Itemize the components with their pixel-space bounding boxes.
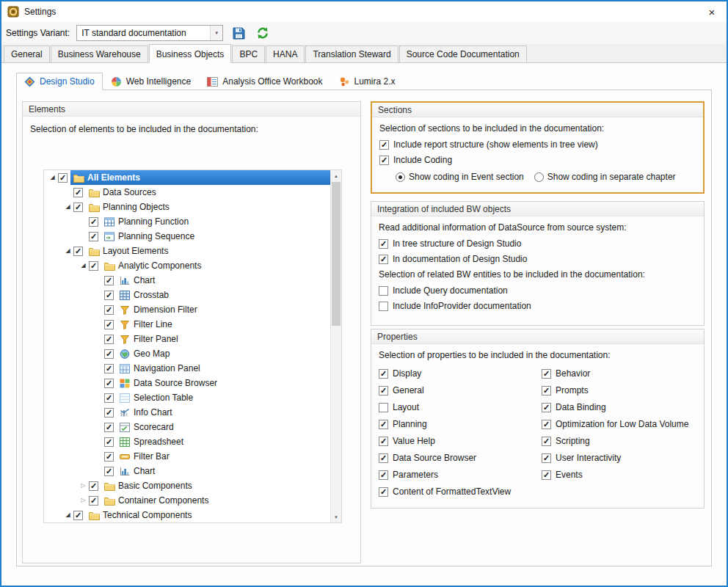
collapsed-expander-icon[interactable]: ▷: [78, 497, 89, 503]
expanded-expander-icon[interactable]: ◢: [47, 175, 58, 181]
tree-item-crosstab[interactable]: ✓Crosstab: [44, 288, 330, 302]
subtab-design-studio[interactable]: Design Studio: [16, 73, 103, 90]
tab-business-warehouse[interactable]: Business Warehouse: [51, 45, 148, 62]
checkbox-scripting[interactable]: ✓Scripting: [542, 436, 696, 446]
tree-checkbox[interactable]: ✓: [104, 349, 114, 359]
tree-checkbox[interactable]: ✓: [104, 364, 114, 373]
tree-item-analytic-components[interactable]: ◢✓Analytic Components: [44, 258, 330, 273]
tree-checkbox[interactable]: ✓: [104, 276, 114, 285]
unchecked-checkbox-icon: [379, 286, 388, 296]
tree-checkbox[interactable]: ✓: [89, 496, 98, 506]
collapsed-expander-icon[interactable]: ▷: [78, 483, 89, 489]
tree-item-dimension-filter[interactable]: ✓Dimension Filter: [44, 302, 330, 317]
tab-source-code-documentation[interactable]: Source Code Documentation: [399, 45, 527, 62]
checkbox-include-query-documentation[interactable]: Include Query documentation: [379, 285, 696, 296]
tree-item-info-chart[interactable]: ✓Info Chart: [44, 405, 330, 420]
tree-checkbox[interactable]: ✓: [104, 291, 114, 300]
tree-item-spreadsheet[interactable]: ✓Spreadsheet: [44, 434, 330, 449]
tab-translation-steward[interactable]: Translation Steward: [305, 45, 398, 62]
tree-checkbox[interactable]: ✓: [73, 247, 83, 256]
tree-checkbox[interactable]: ✓: [89, 261, 98, 271]
checkbox-planning[interactable]: ✓Planning: [379, 419, 542, 429]
tree-item-planning-objects[interactable]: ◢✓Planning Objects: [44, 200, 330, 214]
tab-bpc[interactable]: BPC: [232, 45, 265, 62]
tree-item-chart[interactable]: ✓Chart: [44, 464, 330, 478]
checkbox-include-coding[interactable]: ✓Include Coding: [379, 155, 696, 165]
tree-item-technical-components[interactable]: ◢✓Technical Components: [44, 508, 330, 522]
tree-item-navigation-panel[interactable]: ✓Navigation Panel: [44, 361, 330, 376]
expanded-expander-icon[interactable]: ◢: [62, 248, 73, 254]
subtab-lumira-2-x[interactable]: Lumira 2.x: [331, 73, 404, 90]
tree-checkbox[interactable]: ✓: [73, 511, 83, 520]
checkbox-content-of-formattedtextview[interactable]: ✓Content of FormattedTextView: [379, 486, 542, 497]
tree-item-filter-bar[interactable]: ✓Filter Bar: [44, 449, 330, 464]
titlebar[interactable]: Settings ×: [1, 1, 727, 22]
tab-hana[interactable]: HANA: [266, 45, 305, 62]
tree-item-data-sources[interactable]: ✓Data Sources: [44, 185, 330, 200]
checkbox-data-binding[interactable]: ✓Data Binding: [542, 402, 696, 412]
checkbox-in-tree-structure-of-design-studio[interactable]: ✓In tree structure of Design Studio: [379, 238, 696, 249]
tree-checkbox[interactable]: ✓: [104, 335, 114, 344]
tree-checkbox[interactable]: ✓: [104, 379, 114, 388]
tree-item-planning-sequence[interactable]: ✓Planning Sequence: [44, 229, 330, 244]
tree-item-filter-panel[interactable]: ✓Filter Panel: [44, 332, 330, 346]
expanded-expander-icon[interactable]: ◢: [78, 263, 89, 269]
tree-item-planning-function[interactable]: ✓Planning Function: [44, 214, 330, 229]
close-button[interactable]: ×: [697, 1, 727, 22]
tree-scrollbar[interactable]: ▲ ▼: [330, 170, 341, 522]
tree-checkbox[interactable]: ✓: [104, 467, 114, 476]
tree-checkbox[interactable]: ✓: [73, 203, 83, 212]
tree-item-scorecard[interactable]: ✓Scorecard: [44, 420, 330, 434]
settings-variant-select[interactable]: IT standard documentation ▼: [76, 25, 223, 41]
save-button[interactable]: [230, 24, 247, 42]
checkbox-include-report-structure-show-elements-in-tree-view[interactable]: ✓Include report structure (show elements…: [379, 139, 696, 150]
checkbox-data-source-browser[interactable]: ✓Data Source Browser: [379, 453, 542, 463]
checkbox-user-interactivity[interactable]: ✓User Interactivity: [542, 453, 696, 463]
tree-item-data-source-browser[interactable]: ✓Data Source Browser: [44, 376, 330, 390]
tree-checkbox[interactable]: ✓: [104, 320, 114, 329]
tree-checkbox[interactable]: ✓: [104, 423, 114, 432]
refresh-button[interactable]: [254, 24, 272, 42]
tree-checkbox[interactable]: ✓: [89, 217, 98, 227]
tree-checkbox[interactable]: ✓: [104, 437, 114, 447]
tree-checkbox[interactable]: ✓: [89, 481, 98, 491]
checkbox-prompts[interactable]: ✓Prompts: [542, 385, 696, 395]
checkbox-include-infoprovider-documentation[interactable]: Include InfoProvider documentation: [379, 301, 696, 311]
scrollbar-up-icon[interactable]: ▲: [331, 170, 341, 181]
expanded-expander-icon[interactable]: ◢: [62, 512, 73, 518]
tree-item-filter-line[interactable]: ✓Filter Line: [44, 317, 330, 332]
tree-checkbox[interactable]: ✓: [104, 305, 114, 315]
checkbox-value-help[interactable]: ✓Value Help: [379, 436, 542, 446]
tree-checkbox[interactable]: ✓: [58, 173, 68, 183]
tree-checkbox[interactable]: ✓: [104, 408, 114, 418]
checkbox-optimization-for-low-data-volume[interactable]: ✓Optimization for Low Data Volume: [542, 419, 696, 429]
tab-business-objects[interactable]: Business Objects: [149, 44, 232, 63]
tree-item-selection-table[interactable]: ✓Selection Table: [44, 390, 330, 405]
tree-checkbox[interactable]: ✓: [104, 452, 114, 462]
subtab-web-intelligence[interactable]: Web Intelligence: [103, 73, 200, 90]
subtab-analysis-office-workbook[interactable]: Analysis Office Workbook: [199, 73, 330, 90]
expanded-expander-icon[interactable]: ◢: [62, 204, 73, 210]
tree-item-all-elements[interactable]: ◢✓All Elements: [44, 170, 330, 185]
checkbox-layout[interactable]: Layout: [379, 402, 542, 412]
tree-item-basic-components[interactable]: ▷✓Basic Components: [44, 478, 330, 493]
scrollbar-thumb[interactable]: [332, 182, 341, 326]
tab-general[interactable]: General: [4, 45, 50, 62]
checkbox-parameters[interactable]: ✓Parameters: [379, 470, 542, 480]
checkbox-in-documentation-of-design-studio[interactable]: ✓In documentation of Design Studio: [379, 254, 696, 264]
radio-show-coding-in-separate-chapter[interactable]: Show coding in separate chapter: [534, 172, 676, 182]
scrollbar-down-icon[interactable]: ▼: [331, 511, 341, 522]
checkbox-general[interactable]: ✓General: [379, 385, 542, 395]
radio-show-coding-in-event-section[interactable]: Show coding in Event section: [396, 172, 524, 182]
tree-checkbox[interactable]: ✓: [104, 393, 114, 403]
checkbox-events[interactable]: ✓Events: [542, 470, 696, 480]
tree-checkbox[interactable]: ✓: [73, 188, 83, 197]
tree-item-layout-elements[interactable]: ◢✓Layout Elements: [44, 244, 330, 258]
checkbox-display[interactable]: ✓Display: [379, 368, 542, 379]
tree-item-chart[interactable]: ✓Chart: [44, 273, 330, 288]
tree-checkbox[interactable]: ✓: [89, 232, 98, 241]
tree-item-container-components[interactable]: ▷✓Container Components: [44, 493, 330, 508]
chevron-down-icon[interactable]: ▼: [210, 26, 222, 40]
tree-item-geo-map[interactable]: ✓Geo Map: [44, 346, 330, 361]
checkbox-behavior[interactable]: ✓Behavior: [542, 368, 696, 379]
